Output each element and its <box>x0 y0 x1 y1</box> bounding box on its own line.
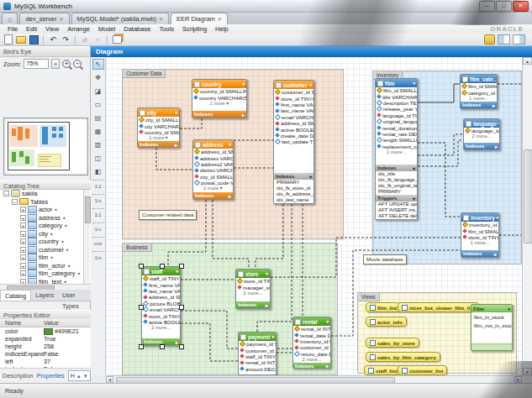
view-sales_by_film_category[interactable]: sales_by_film_category <box>366 352 440 362</box>
expander-icon[interactable]: + <box>20 254 26 260</box>
view-tool[interactable]: ◫ <box>92 153 104 164</box>
property-row-expanded[interactable]: expandedTrue <box>0 335 91 343</box>
column-row[interactable]: return_date DATE... <box>293 351 330 357</box>
table-customer[interactable]: customer▾customer_id SMALL...store_id TI… <box>273 80 314 204</box>
column-row[interactable]: payment_id SMA... <box>239 341 276 347</box>
routine-group-tool[interactable]: ◧ <box>92 166 104 177</box>
expander-icon[interactable]: + <box>20 207 26 212</box>
menu-model[interactable]: Model <box>94 25 119 33</box>
expander-icon[interactable]: + <box>20 238 26 244</box>
column-row[interactable]: rental_date DATE... <box>293 332 330 338</box>
tree-item-country[interactable]: +country● <box>0 238 91 246</box>
column-row[interactable]: title VARCHAR(255) <box>376 93 417 99</box>
column-row[interactable]: first_name VARCHA... <box>274 102 313 107</box>
column-row[interactable]: description TEXT <box>376 100 417 106</box>
scroll-thumb[interactable] <box>524 149 532 244</box>
column-row[interactable]: address_id SMALL... <box>142 294 180 300</box>
column-row[interactable]: active BOOLEAN <box>274 126 313 132</box>
property-row-color[interactable]: color#499E21 <box>0 327 91 335</box>
view-sales_by_store[interactable]: sales_by_store <box>366 338 419 348</box>
column-row[interactable]: email VARCHAR(50) <box>142 306 180 312</box>
view-staff_list[interactable]: staff_list <box>364 365 401 375</box>
column-row[interactable]: address2 VARCHA... <box>193 161 233 167</box>
table-footer-indexes[interactable]: Indexes▸ <box>236 301 270 308</box>
column-row[interactable]: city_id SMALLINT <box>138 117 179 123</box>
expander-icon[interactable]: + <box>20 263 26 269</box>
menu-help[interactable]: Help <box>211 25 232 33</box>
column-row[interactable]: inventory_id MEDI... <box>461 222 498 228</box>
note-tool[interactable]: ▤ <box>92 113 104 123</box>
column-row[interactable]: language_id TINYINT <box>376 113 417 118</box>
save-model-button[interactable] <box>29 35 39 45</box>
table-footer-indexes[interactable]: Indexes▸ <box>461 250 498 257</box>
table-rental[interactable]: rental▾rental_id INTrental_date DATE...i… <box>292 317 331 369</box>
tree-item-film_category[interactable]: +film_category● <box>0 270 91 278</box>
table-header[interactable]: payment▾ <box>239 333 276 341</box>
more-columns-toggle[interactable]: 2 more... <box>464 134 499 139</box>
chevron-down-icon[interactable]: ▾ <box>498 121 499 126</box>
expander-icon[interactable]: + <box>20 231 26 237</box>
selection-handle[interactable] <box>179 264 184 269</box>
selection-handle[interactable] <box>160 264 165 269</box>
column-row[interactable]: staff_id TINYINT <box>142 275 180 281</box>
toggle-right-sidebar-button[interactable] <box>513 34 525 45</box>
column-row[interactable]: active BOOLEAN <box>142 319 180 325</box>
menu-arrange[interactable]: Arrange <box>63 25 94 33</box>
chevron-down-icon[interactable]: ▾ <box>326 319 329 324</box>
table-footer-indexes[interactable]: Indexes▸ <box>193 192 233 199</box>
column-row[interactable]: address VARCHAR(50) <box>193 154 233 160</box>
chevron-down-icon[interactable]: ▾ <box>175 110 177 115</box>
view-film_list[interactable]: film_list <box>366 302 401 312</box>
menu-edit[interactable]: Edit <box>22 25 41 33</box>
color-tool-icon[interactable] <box>484 34 495 45</box>
table-address[interactable]: address▾address_id SMALL...address VARCH… <box>192 139 234 200</box>
tree-item-address[interactable]: +address● <box>0 214 91 223</box>
expander-icon[interactable]: + <box>20 215 26 221</box>
more-columns-toggle[interactable]: 1 more... <box>376 149 417 155</box>
tree-item-customer[interactable]: +customer● <box>0 246 91 254</box>
more-columns-toggle[interactable]: 1 more... <box>461 96 497 102</box>
menu-file[interactable]: File <box>3 25 22 33</box>
more-columns-toggle[interactable]: 1 more... <box>461 240 498 246</box>
chevron-down-icon[interactable]: ▾ <box>176 269 178 274</box>
chevron-down-icon[interactable]: ▾ <box>309 82 312 87</box>
hand-tool[interactable]: ✥ <box>92 72 104 83</box>
close-icon[interactable]: ✕ <box>159 16 163 22</box>
column-row[interactable]: city VARCHAR(50) <box>138 123 179 128</box>
table-footer-indexes[interactable]: Indexes▸ <box>461 102 497 108</box>
table-footer-indexes[interactable]: Indexes▸ <box>192 111 246 118</box>
menu-view[interactable]: View <box>41 25 63 33</box>
column-row[interactable]: rental_id INT <box>293 326 330 332</box>
more-columns-toggle[interactable]: 2 more ▾ <box>193 186 233 191</box>
tree-item-schema[interactable]: −sakila <box>0 190 91 198</box>
canvas-horizontal-scrollbar[interactable]: ◄ ► <box>106 375 522 383</box>
chevron-down-icon[interactable]: ▾ <box>508 306 510 312</box>
table-header[interactable]: country▾ <box>192 80 246 88</box>
tab-user-types[interactable]: User Types <box>58 290 91 301</box>
column-row[interactable]: district VARCHAR(20) <box>193 167 233 173</box>
column-row[interactable]: country_id SMALLINT <box>192 88 246 94</box>
more-columns-toggle[interactable]: 1 more ▾ <box>192 101 246 107</box>
arrow-up-icon[interactable]: ▲ <box>76 374 82 379</box>
tree-item-actor[interactable]: +actor● <box>0 206 91 214</box>
close-icon[interactable]: ✕ <box>218 16 222 22</box>
property-row-left[interactable]: left37 <box>0 358 91 365</box>
table-country[interactable]: country▾country_id SMALLINTcountry VARCH… <box>192 79 247 118</box>
diagram-tab-header[interactable]: Diagram <box>91 46 532 57</box>
table-footer-indexes[interactable]: Indexes▸ <box>464 143 499 149</box>
property-row-indicesExpanded[interactable]: indicesExpandedFalse <box>0 350 91 358</box>
redo-button[interactable]: ↷ <box>61 35 71 45</box>
property-row-height[interactable]: height258 <box>0 343 91 350</box>
zoom-dropdown-button[interactable]: ▾ <box>51 59 60 69</box>
more-columns-toggle[interactable]: 2 more... <box>236 291 270 296</box>
column-row[interactable]: store_id TINYINT <box>236 278 270 284</box>
minimap-viewport[interactable] <box>8 122 70 170</box>
column-row[interactable]: create_date DATETI... <box>274 133 313 139</box>
maximize-button[interactable]: □ <box>496 1 512 12</box>
arrow-down-icon[interactable]: ▼ <box>83 374 88 379</box>
selection-handle[interactable] <box>160 344 165 349</box>
table-staff[interactable]: staff▾staff_id TINYINTfirst_name VARCH..… <box>141 266 181 346</box>
close-button[interactable]: ✕ <box>513 1 529 12</box>
close-icon[interactable]: ✕ <box>60 16 64 22</box>
expander-icon[interactable]: − <box>3 191 9 196</box>
